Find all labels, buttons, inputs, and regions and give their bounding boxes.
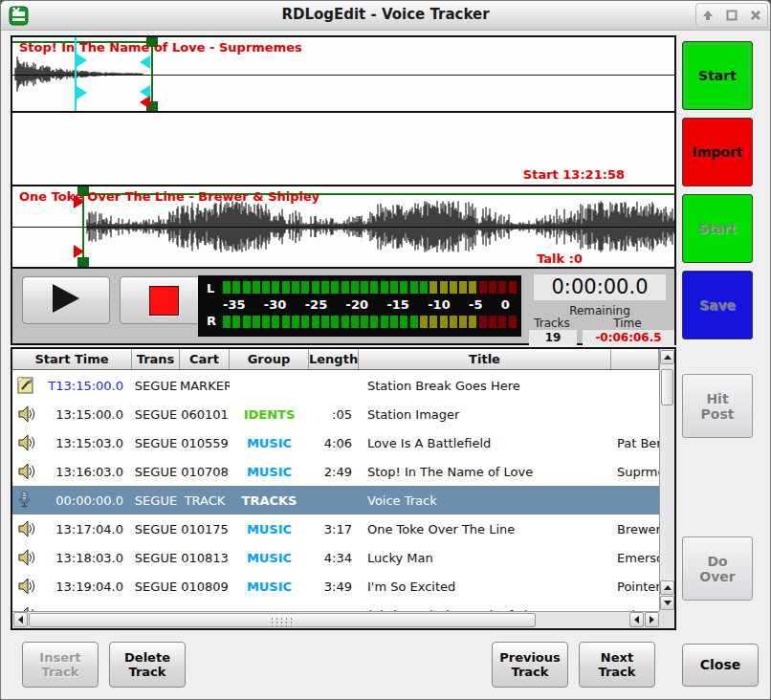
cell-trans: SEGUE bbox=[132, 522, 180, 536]
cell-start-time: 13:18:03.0 bbox=[12, 549, 132, 566]
column-header-trans[interactable]: Trans bbox=[132, 349, 180, 369]
fade-marker-icon[interactable] bbox=[77, 54, 87, 67]
speaker-icon bbox=[17, 549, 36, 566]
delete-track-button[interactable]: Delete Track bbox=[109, 642, 186, 688]
cell-artist: Pat Benatar bbox=[611, 436, 659, 450]
log-row[interactable]: 13:20:04.0SEGUE010705MUSIC3:36(Sittin' O… bbox=[12, 601, 659, 611]
cell-group: MUSIC bbox=[230, 551, 309, 565]
stop-icon bbox=[149, 286, 179, 316]
close-window-icon[interactable] bbox=[746, 6, 765, 25]
close-button[interactable]: Close bbox=[682, 644, 759, 687]
scroll-left-icon[interactable] bbox=[629, 612, 644, 627]
log-row[interactable]: 13:19:04.0SEGUE010809MUSIC3:49I'm So Exc… bbox=[12, 572, 659, 601]
meter-tick-label: -15 bbox=[386, 297, 409, 312]
speaker-icon bbox=[17, 463, 36, 480]
hit-post-button[interactable]: Hit Post bbox=[682, 374, 753, 438]
log-row[interactable]: 13:15:03.0SEGUE010559MUSIC4:06Love Is A … bbox=[12, 428, 659, 457]
shade-window-icon[interactable] bbox=[698, 6, 717, 25]
cell-cart: TRACK bbox=[180, 493, 230, 508]
cell-group: MUSIC bbox=[230, 522, 309, 536]
column-header-length[interactable]: Length bbox=[309, 349, 359, 369]
column-header-start-time[interactable]: Start Time bbox=[12, 349, 132, 369]
start-time-label: Start 13:21:58 bbox=[523, 167, 625, 182]
cell-start-time: 13:17:04.0 bbox=[12, 520, 132, 537]
column-header-cart[interactable]: Cart bbox=[180, 349, 230, 369]
next-track-button[interactable]: Next Track bbox=[579, 642, 655, 688]
maximize-window-icon[interactable] bbox=[722, 6, 741, 25]
log-row[interactable]: 13:17:04.0SEGUE010175MUSIC3:17One Toke O… bbox=[12, 514, 659, 543]
log-row[interactable]: 13:16:03.0SEGUE010708MUSIC2:49Stop! In T… bbox=[12, 457, 659, 486]
vu-meter: L -35-30-25-20-15-10-50 R bbox=[198, 275, 521, 337]
horizontal-scrollbar-thumb[interactable] bbox=[29, 613, 536, 627]
save-button[interactable]: Save bbox=[682, 271, 753, 339]
fade-marker-icon[interactable] bbox=[77, 86, 87, 99]
note-icon bbox=[17, 377, 36, 394]
cell-group: MUSIC bbox=[230, 436, 309, 450]
track2-waveform-pane[interactable]: One Toke Over The Line - Brewer & Shiple… bbox=[12, 186, 674, 267]
scrollbar-corner bbox=[659, 611, 674, 628]
column-header-extra[interactable] bbox=[611, 349, 659, 369]
end-marker-icon[interactable] bbox=[140, 96, 150, 109]
cell-group: TRACKS bbox=[230, 493, 309, 508]
vertical-scrollbar[interactable] bbox=[659, 349, 674, 611]
remaining-time-label: Time bbox=[584, 317, 671, 330]
log-row[interactable]: 13:15:00.0SEGUE060101IDENTS:05Station Im… bbox=[12, 400, 659, 428]
scroll-up-icon[interactable] bbox=[660, 350, 674, 364]
log-table-header: Start TimeTransCartGroupLengthTitle bbox=[12, 349, 659, 370]
speaker-icon bbox=[17, 405, 36, 423]
log-table-rows: T13:15:00.0SEGUEMARKERStation Break Goes… bbox=[12, 371, 659, 611]
window-title: RDLogEdit - Voice Tracker bbox=[1, 6, 770, 23]
cell-start-time: 13:15:03.0 bbox=[12, 434, 132, 451]
cell-artist: Pointer Sisters bbox=[611, 580, 659, 594]
cell-cart: 060101 bbox=[180, 407, 230, 422]
cell-title: Stop! In The Name of Love bbox=[359, 465, 611, 479]
fade-marker-icon[interactable] bbox=[140, 55, 150, 69]
scroll-up-icon[interactable] bbox=[660, 580, 674, 595]
cell-trans: SEGUE bbox=[132, 551, 180, 565]
start-record-button[interactable]: Start bbox=[682, 41, 753, 110]
elapsed-time-display: 0:00:00.0 bbox=[534, 274, 666, 300]
cell-artist: Brewer & Shipley bbox=[611, 522, 659, 536]
start-play-button[interactable]: Start bbox=[682, 194, 753, 263]
cell-trans: SEGUE bbox=[132, 379, 180, 393]
cell-group: MUSIC bbox=[230, 580, 309, 594]
scroll-down-icon[interactable] bbox=[660, 596, 674, 610]
track1-waveform-pane[interactable]: Stop! In The Name of Love - Suprmemes bbox=[12, 37, 674, 113]
speaker-icon bbox=[17, 434, 36, 451]
remaining-label: Remaining bbox=[534, 304, 666, 317]
log-table: Start TimeTransCartGroupLengthTitle T13:… bbox=[11, 347, 676, 630]
voice-tracker-panel: Stop! In The Name of Love - Suprmemes St… bbox=[11, 35, 676, 267]
titlebar[interactable]: RDLogEdit - Voice Tracker bbox=[1, 1, 770, 31]
log-row[interactable]: 13:18:03.0SEGUE010813MUSIC4:34Lucky ManE… bbox=[12, 543, 659, 572]
cell-title: I'm So Excited bbox=[359, 580, 611, 594]
meter-tick-label: -25 bbox=[305, 297, 328, 312]
horizontal-scrollbar[interactable] bbox=[12, 611, 663, 628]
scroll-right-icon[interactable] bbox=[645, 612, 659, 627]
transport-panel: L -35-30-25-20-15-10-50 R 0:00:00.0 Rema… bbox=[11, 267, 676, 345]
thumb-grip bbox=[270, 617, 295, 626]
insert-track-button[interactable]: Insert Track bbox=[22, 642, 99, 688]
log-row-selected[interactable]: 00:00:00.0SEGUETRACKTRACKSVoice Track bbox=[12, 486, 659, 514]
speaker-icon bbox=[17, 520, 36, 537]
window-controls bbox=[695, 3, 768, 28]
remaining-tracks-label: Tracks bbox=[520, 317, 584, 330]
meter-tick-label: 0 bbox=[501, 297, 510, 312]
import-button[interactable]: Import bbox=[682, 118, 753, 186]
cell-start-time: 00:00:00.0 bbox=[12, 491, 132, 511]
do-over-button[interactable]: Do Over bbox=[682, 536, 753, 601]
cell-artist: Emerson, Lake & Palmer bbox=[611, 551, 659, 565]
scroll-left-icon[interactable] bbox=[13, 612, 28, 627]
start-handle-bottom[interactable] bbox=[77, 257, 89, 267]
cell-start-time: T13:15:00.0 bbox=[12, 377, 132, 394]
play-button[interactable] bbox=[22, 276, 110, 324]
start-marker-icon[interactable] bbox=[74, 245, 84, 258]
cell-group: MUSIC bbox=[230, 465, 309, 479]
previous-track-button[interactable]: Previous Track bbox=[492, 642, 568, 688]
stop-button[interactable] bbox=[120, 276, 208, 324]
play-icon bbox=[47, 283, 85, 317]
column-header-group[interactable]: Group bbox=[230, 349, 309, 369]
column-header-title[interactable]: Title bbox=[359, 349, 611, 369]
log-row[interactable]: T13:15:00.0SEGUEMARKERStation Break Goes… bbox=[12, 371, 659, 400]
voicetrack-pane[interactable]: Start 13:21:58 bbox=[12, 113, 674, 186]
vertical-scrollbar-thumb[interactable] bbox=[661, 369, 673, 405]
